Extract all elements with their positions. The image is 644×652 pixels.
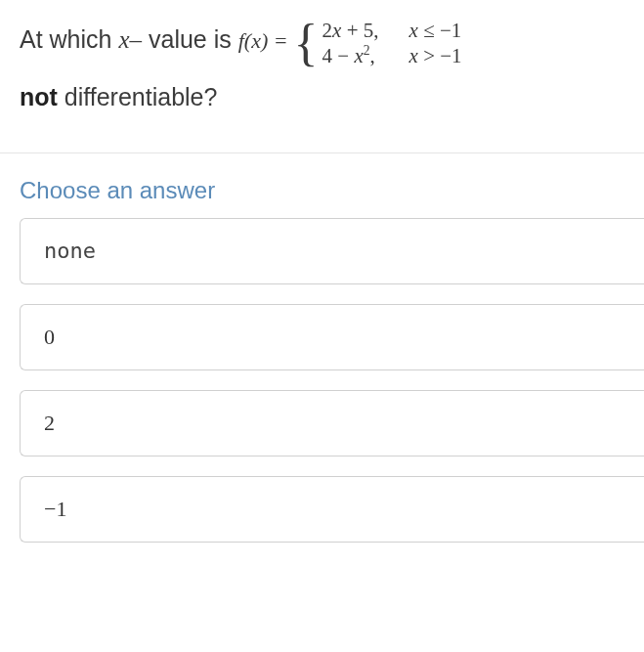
answer-text: −1 [44, 497, 66, 521]
answer-option-none[interactable]: none [20, 218, 644, 284]
answer-list: none 0 2 −1 [0, 218, 644, 543]
piece1-expr: 2x + 5, [322, 18, 396, 43]
not-emphasis: not [20, 83, 58, 110]
question-area: At which x– value is f(x) = { 2x + 5, x … [0, 0, 644, 145]
answer-option-0[interactable]: 0 [20, 304, 644, 370]
choose-answer-label: Choose an answer [0, 153, 644, 218]
question-rest: differentiable? [58, 83, 218, 110]
piecewise-row-1: 2x + 5, x ≤ −1 [322, 18, 462, 43]
piece1-cond: x ≤ −1 [409, 18, 462, 43]
piece2-expr: 4 − x2, [322, 43, 396, 68]
function-lhs: f(x) = [238, 28, 288, 53]
answer-option-2[interactable]: 2 [20, 390, 644, 456]
answer-text: none [44, 239, 96, 263]
question-prefix: At which [20, 25, 118, 53]
question-middle: value is [149, 25, 238, 53]
question-xvar: x– [118, 26, 142, 53]
piece2-cond: x > −1 [409, 43, 462, 68]
answer-text: 2 [44, 411, 55, 435]
left-brace-icon: { [294, 22, 319, 64]
answer-option-neg1[interactable]: −1 [20, 476, 644, 543]
piecewise-function: { 2x + 5, x ≤ −1 4 − x2, x > −1 [294, 18, 462, 69]
piecewise-row-2: 4 − x2, x > −1 [322, 43, 462, 68]
answer-text: 0 [44, 325, 55, 349]
